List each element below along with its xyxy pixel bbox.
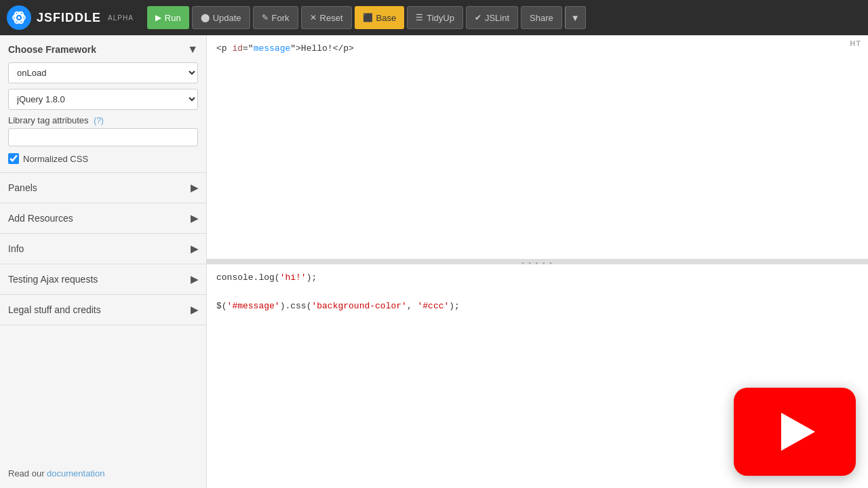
jslint-icon: ✔ [475, 13, 481, 22]
html-panel-label: HT [850, 39, 861, 47]
add-resources-header: Add Resources ▶ [0, 203, 206, 233]
jslint-button[interactable]: ✔ JSLint [466, 6, 518, 29]
logo-text: JSFIDDLE [37, 11, 101, 25]
sidebar-footer: Read our documentation [0, 459, 206, 488]
chevron-down-icon: ▼ [571, 13, 580, 23]
reset-icon: ✕ [310, 13, 317, 22]
youtube-widget[interactable] [734, 388, 856, 476]
tidyup-button[interactable]: ☰ TidyUp [407, 6, 463, 29]
onload-select[interactable]: onLoad [8, 62, 198, 83]
framework-title: Choose Framework [8, 44, 96, 55]
panels-title: Panels [8, 182, 37, 193]
html-code-line: <p id="message">Hello!</p> [216, 42, 859, 56]
testing-ajax-section[interactable]: Testing Ajax requests ▶ [0, 264, 206, 295]
legal-expand-icon: ▶ [191, 304, 198, 315]
logo-icon [7, 5, 31, 30]
fork-button[interactable]: ✎ Fork [253, 6, 298, 29]
normalized-css-checkbox[interactable] [8, 153, 19, 164]
run-button[interactable]: ▶ Run [147, 6, 189, 29]
lib-tag-input[interactable] [8, 128, 198, 146]
logo-area: JSFIDDLE ALPHA [7, 5, 134, 30]
lib-tag-help-icon[interactable]: (?) [94, 116, 104, 125]
html-panel: HT <p id="message">Hello!</p> [207, 35, 868, 262]
add-resources-section[interactable]: Add Resources ▶ [0, 203, 206, 234]
update-icon: ⬤ [201, 13, 210, 22]
add-resources-title: Add Resources [8, 213, 73, 224]
reset-button[interactable]: ✕ Reset [301, 6, 352, 29]
js-code-line-2: $('#message').css('background-color', '#… [216, 300, 859, 314]
lib-tag-attributes-label: Library tag attributes (?) [8, 115, 198, 125]
sidebar: Choose Framework ▼ onLoad jQuery 1.8.0 L… [0, 35, 207, 488]
jquery-version-select[interactable]: jQuery 1.8.0 [8, 89, 198, 110]
run-icon: ▶ [155, 13, 161, 22]
testing-ajax-expand-icon: ▶ [191, 274, 198, 285]
base-icon: ⬛ [363, 13, 373, 22]
info-header: Info ▶ [0, 234, 206, 264]
info-title: Info [8, 243, 24, 254]
tidyup-icon: ☰ [416, 13, 423, 22]
update-button[interactable]: ⬤ Update [192, 6, 250, 29]
alpha-badge: ALPHA [108, 14, 134, 22]
info-expand-icon: ▶ [191, 243, 198, 254]
legal-header: Legal stuff and credits ▶ [0, 295, 206, 325]
panels-header: Panels ▶ [0, 173, 206, 203]
framework-header: Choose Framework ▼ [8, 43, 198, 56]
svg-point-3 [18, 16, 20, 19]
panels-expand-icon: ▶ [191, 182, 198, 193]
fork-icon: ✎ [262, 13, 269, 22]
normalized-css-label: Normalized CSS [23, 154, 88, 164]
play-icon [781, 413, 815, 451]
js-code-line-1: console.log('hi!'); [216, 271, 859, 285]
documentation-link[interactable]: documentation [47, 468, 104, 479]
html-editor[interactable]: <p id="message">Hello!</p> [207, 35, 868, 259]
share-button[interactable]: Share [521, 6, 562, 29]
normalized-css-row: Normalized CSS [8, 153, 198, 164]
legal-section[interactable]: Legal stuff and credits ▶ [0, 295, 206, 325]
share-dropdown-button[interactable]: ▼ [565, 6, 586, 29]
legal-title: Legal stuff and credits [8, 304, 101, 315]
base-button[interactable]: ⬛ Base [355, 6, 405, 29]
testing-ajax-title: Testing Ajax requests [8, 274, 98, 285]
framework-section: Choose Framework ▼ onLoad jQuery 1.8.0 L… [0, 35, 206, 173]
add-resources-expand-icon: ▶ [191, 213, 198, 224]
testing-ajax-header: Testing Ajax requests ▶ [0, 264, 206, 294]
framework-collapse-icon[interactable]: ▼ [187, 43, 198, 56]
info-section[interactable]: Info ▶ [0, 234, 206, 264]
panels-section[interactable]: Panels ▶ [0, 173, 206, 203]
toolbar: JSFIDDLE ALPHA ▶ Run ⬤ Update ✎ Fork ✕ R… [0, 0, 868, 35]
